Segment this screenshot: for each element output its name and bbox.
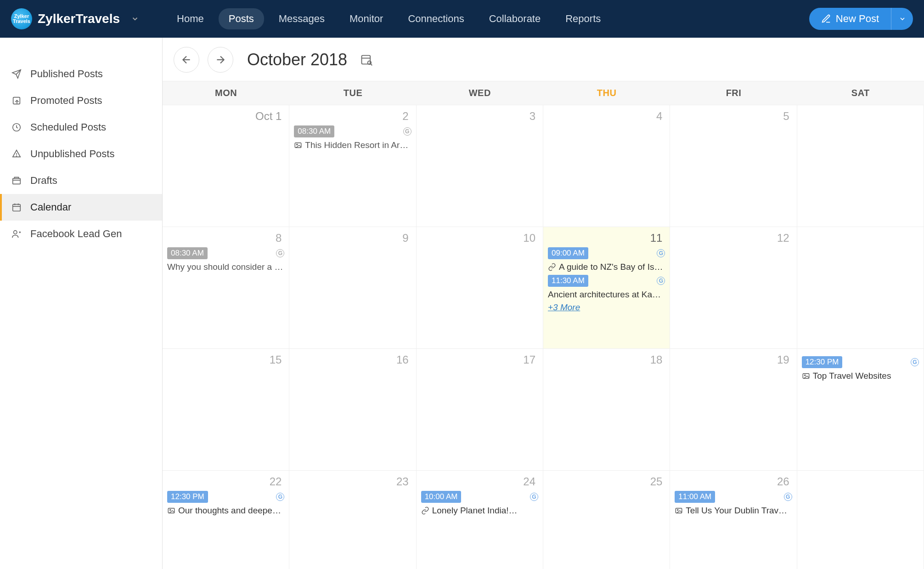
calendar-search-icon[interactable] <box>360 53 373 66</box>
event-title: Lonely Planet India!… <box>421 506 538 516</box>
day-number: 26 <box>675 474 792 491</box>
network-icon: G <box>276 249 284 257</box>
weekday-wed: WED <box>417 81 543 105</box>
calendar-event[interactable]: 10:00 AMGLonely Planet India!… <box>421 491 538 516</box>
calendar-event[interactable]: 12:30 PMGTop Travel Websites <box>802 356 919 381</box>
sidebar-item-calendar[interactable]: Calendar <box>0 194 162 221</box>
sidebar: Published PostsPromoted PostsScheduled P… <box>0 38 163 569</box>
sidebar-item-label: Drafts <box>30 175 57 187</box>
sidebar-item-promoted-posts[interactable]: Promoted Posts <box>0 87 162 114</box>
calendar-cell[interactable] <box>797 227 924 349</box>
calendar-cell[interactable]: 208:30 AMGThis Hidden Resort in Ar… <box>289 105 416 227</box>
calendar-cell[interactable]: 12 <box>670 227 797 349</box>
calendar-cell[interactable]: 2410:00 AMGLonely Planet India!… <box>417 471 543 569</box>
event-time: 09:00 AM <box>548 247 588 259</box>
event-time: 12:30 PM <box>167 491 208 503</box>
calendar-cell[interactable]: 2212:30 PMGOur thoughts and deepe… <box>163 471 289 569</box>
next-button[interactable] <box>208 47 233 73</box>
network-icon: G <box>657 277 665 285</box>
more-events-link[interactable]: +3 More <box>548 302 665 313</box>
image-icon <box>675 506 683 515</box>
sidebar-item-label: Unpublished Posts <box>30 148 114 160</box>
calendar-cell[interactable] <box>797 471 924 569</box>
sidebar-item-label: Published Posts <box>30 68 103 80</box>
event-time: 08:30 AM <box>294 125 334 137</box>
day-number: 22 <box>167 474 284 491</box>
sidebar-item-published-posts[interactable]: Published Posts <box>0 61 162 87</box>
calendar-event[interactable]: 11:00 AMGTell Us Your Dublin Trav… <box>675 491 792 516</box>
event-time: 11:30 AM <box>548 275 588 287</box>
new-post-button[interactable]: New Post <box>809 8 891 30</box>
svg-rect-5 <box>13 178 21 184</box>
link-icon <box>548 263 556 271</box>
link-icon <box>421 506 429 515</box>
calendar-header: October 2018 <box>163 38 924 81</box>
calendar-cell[interactable]: 23 <box>289 471 416 569</box>
weekday-thu: THU <box>543 81 670 105</box>
new-post-label: New Post <box>836 13 879 25</box>
svg-point-10 <box>14 231 17 234</box>
calendar-cell[interactable]: 1109:00 AMGA guide to NZ's Bay of Is…11:… <box>543 227 670 349</box>
calendar-event[interactable]: 12:30 PMGOur thoughts and deepe… <box>167 491 284 516</box>
nav-reports[interactable]: Reports <box>555 8 611 29</box>
calendar-event[interactable]: 09:00 AMGA guide to NZ's Bay of Is… <box>548 247 665 272</box>
prev-button[interactable] <box>174 47 199 73</box>
svg-point-4 <box>17 156 17 156</box>
nav-messages[interactable]: Messages <box>269 8 335 29</box>
day-number <box>802 231 919 234</box>
nav-links: HomePostsMessagesMonitorConnectionsColla… <box>167 8 809 29</box>
sidebar-icon <box>11 228 22 239</box>
weekday-sat: SAT <box>797 81 924 105</box>
calendar-cell[interactable]: 9 <box>289 227 416 349</box>
event-title: Ancient architectures at Ka… <box>548 290 665 300</box>
nav-home[interactable]: Home <box>167 8 214 29</box>
day-number: 5 <box>675 109 792 125</box>
calendar-cell[interactable] <box>797 105 924 227</box>
calendar-cell[interactable]: 25 <box>543 471 670 569</box>
day-number <box>802 353 919 356</box>
brand[interactable]: ZylkerTravels ZylkerTravels <box>11 8 139 29</box>
event-title: Our thoughts and deepe… <box>167 506 284 516</box>
network-icon: G <box>276 493 284 501</box>
calendar-event[interactable]: 08:30 AMGWhy you should consider a … <box>167 247 284 272</box>
calendar-cell[interactable]: 12:30 PMGTop Travel Websites <box>797 349 924 471</box>
calendar-event[interactable]: 08:30 AMGThis Hidden Resort in Ar… <box>294 125 411 150</box>
nav-connections[interactable]: Connections <box>398 8 474 29</box>
new-post-dropdown[interactable] <box>891 8 913 30</box>
calendar-cell[interactable]: Oct 1 <box>163 105 289 227</box>
sidebar-item-label: Scheduled Posts <box>30 121 106 133</box>
sidebar-icon <box>11 68 22 80</box>
svg-point-24 <box>170 509 171 510</box>
network-icon: G <box>784 493 792 501</box>
nav-posts[interactable]: Posts <box>219 8 264 29</box>
brand-name: ZylkerTravels <box>38 11 120 26</box>
day-number: 4 <box>548 109 665 125</box>
calendar-cell[interactable]: 18 <box>543 349 670 471</box>
svg-point-22 <box>804 375 805 376</box>
calendar-cell[interactable]: 16 <box>289 349 416 471</box>
calendar-event[interactable]: 11:30 AMGAncient architectures at Ka… <box>548 275 665 300</box>
day-number: 9 <box>294 231 411 247</box>
calendar-cell[interactable]: 5 <box>670 105 797 227</box>
svg-point-26 <box>677 509 678 510</box>
calendar-cell[interactable]: 808:30 AMGWhy you should consider a … <box>163 227 289 349</box>
sidebar-item-scheduled-posts[interactable]: Scheduled Posts <box>0 114 162 141</box>
sidebar-item-unpublished-posts[interactable]: Unpublished Posts <box>0 141 162 167</box>
image-icon <box>802 372 810 380</box>
svg-rect-6 <box>13 205 21 211</box>
calendar-cell[interactable]: 3 <box>417 105 543 227</box>
day-number: 23 <box>294 474 411 491</box>
day-number: 17 <box>421 353 538 369</box>
sidebar-item-facebook-lead-gen[interactable]: Facebook Lead Gen <box>0 221 162 247</box>
calendar-cell[interactable]: 17 <box>417 349 543 471</box>
calendar-cell[interactable]: 4 <box>543 105 670 227</box>
calendar-cell[interactable]: 15 <box>163 349 289 471</box>
nav-collaborate[interactable]: Collaborate <box>479 8 551 29</box>
calendar-cell[interactable]: 10 <box>417 227 543 349</box>
chevron-down-icon[interactable] <box>131 15 139 23</box>
calendar-cell[interactable]: 2611:00 AMGTell Us Your Dublin Trav… <box>670 471 797 569</box>
sidebar-item-drafts[interactable]: Drafts <box>0 167 162 194</box>
nav-monitor[interactable]: Monitor <box>339 8 393 29</box>
network-icon: G <box>911 358 919 366</box>
calendar-cell[interactable]: 19 <box>670 349 797 471</box>
